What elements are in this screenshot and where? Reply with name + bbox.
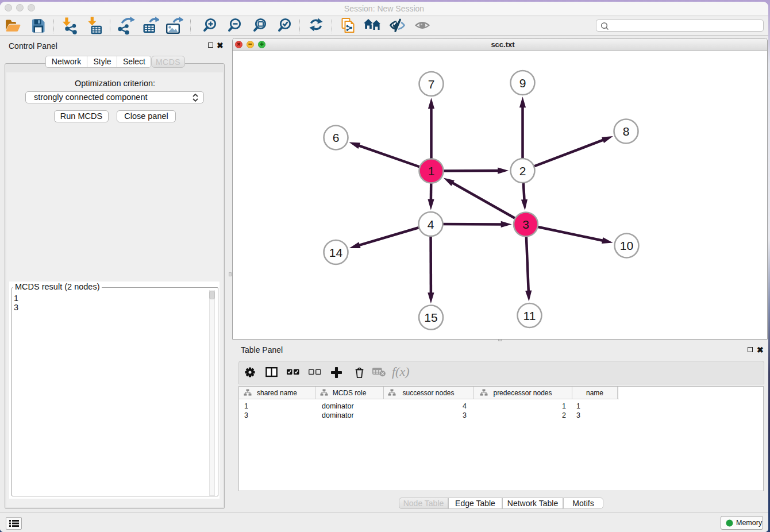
svg-text:11: 11 xyxy=(523,309,536,322)
svg-text:3: 3 xyxy=(522,218,529,231)
svg-text:15: 15 xyxy=(424,311,437,324)
svg-text:8: 8 xyxy=(623,125,630,138)
svg-text:6: 6 xyxy=(333,131,340,144)
svg-text:14: 14 xyxy=(329,246,343,259)
svg-text:2: 2 xyxy=(519,164,526,178)
svg-text:4: 4 xyxy=(428,218,434,231)
svg-text:9: 9 xyxy=(519,76,526,90)
svg-text:10: 10 xyxy=(620,239,633,252)
svg-text:7: 7 xyxy=(428,78,435,91)
svg-text:1: 1 xyxy=(428,164,435,178)
